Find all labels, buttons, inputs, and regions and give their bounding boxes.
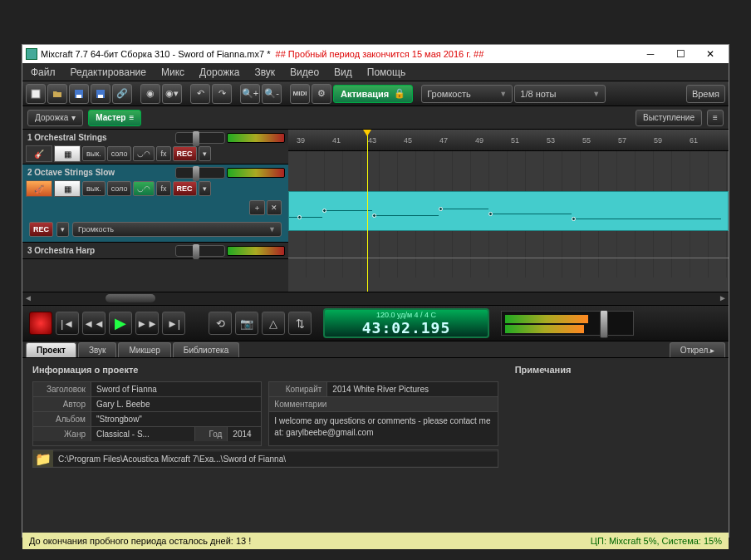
- midi-button[interactable]: MIDI: [290, 84, 310, 104]
- playhead[interactable]: [367, 130, 368, 292]
- fx-button[interactable]: fx: [156, 146, 170, 161]
- folder-icon[interactable]: 📁: [33, 450, 53, 467]
- burn-button[interactable]: ◉: [140, 84, 160, 104]
- author-field[interactable]: Gary L. Beebe: [91, 397, 261, 411]
- rewind-start-button[interactable]: |◄: [56, 312, 79, 335]
- solo-button[interactable]: соло: [107, 181, 132, 196]
- tab-sound[interactable]: Звук: [78, 342, 117, 357]
- copyright-field[interactable]: 2014 White River Pictures: [327, 382, 497, 396]
- menu-file[interactable]: Файл: [27, 65, 59, 80]
- lane-rec-button[interactable]: REC: [29, 222, 53, 237]
- fx-button[interactable]: fx: [156, 181, 170, 196]
- comments-field[interactable]: I welcome any questions or comments - pl…: [269, 412, 497, 445]
- solo-button[interactable]: соло: [107, 146, 132, 161]
- scroll-left-icon[interactable]: ◄: [24, 293, 32, 302]
- metronome-button[interactable]: △: [262, 312, 285, 335]
- track-row[interactable]: 2 Octave Strings Slow 🎻 ▦ вык. соло ◡◠ f…: [22, 165, 288, 243]
- snap-dropdown[interactable]: 1/8 ноты▼: [514, 85, 606, 103]
- track-row[interactable]: 3 Orchestra Harp: [22, 243, 288, 259]
- track-lane-1[interactable]: [288, 151, 729, 191]
- genre-field[interactable]: Classical - S...: [91, 427, 194, 441]
- track-menu-button[interactable]: ▾: [199, 146, 211, 161]
- scroll-right-icon[interactable]: ►: [719, 293, 727, 302]
- forward-end-button[interactable]: ►|: [162, 312, 185, 335]
- lane-rec-dd[interactable]: ▾: [56, 222, 69, 237]
- automation-point[interactable]: [322, 209, 326, 213]
- activation-button[interactable]: Активация🔒: [333, 85, 413, 103]
- volume-dropdown[interactable]: Громкость▼: [421, 85, 513, 103]
- ruler[interactable]: 39 41 43 45 47 49 51 53 55 57 59 61: [288, 130, 729, 151]
- menu-edit[interactable]: Редактирование: [67, 65, 150, 80]
- open-button[interactable]: [47, 84, 67, 104]
- settings-button[interactable]: ⚙: [312, 84, 331, 104]
- time-display[interactable]: 120.0 уд/м 4 / 4 C 43:02.195: [323, 308, 489, 338]
- volume-slider[interactable]: [175, 245, 225, 257]
- burn-dd-button[interactable]: ◉▾: [162, 84, 182, 104]
- performance-menu-button[interactable]: ≡: [707, 110, 724, 126]
- performance-button[interactable]: Выступление: [636, 110, 702, 126]
- new-button[interactable]: [26, 84, 46, 104]
- automation-point[interactable]: [297, 215, 302, 219]
- automation-button[interactable]: ◡◠: [133, 146, 155, 161]
- volume-slider[interactable]: [175, 167, 225, 179]
- track-chip[interactable]: Дорожка▾: [27, 110, 83, 126]
- horizontal-scrollbar[interactable]: ◄ ►: [22, 292, 729, 305]
- title-field[interactable]: Sword of Fianna: [91, 382, 261, 396]
- redo-button[interactable]: ↷: [212, 84, 232, 104]
- play-button[interactable]: ▶: [109, 312, 132, 335]
- minimize-button[interactable]: ─: [636, 46, 665, 62]
- tab-library[interactable]: Библиотека: [173, 342, 239, 357]
- publish-button[interactable]: 🔗: [112, 84, 132, 104]
- rewind-button[interactable]: ◄◄: [82, 312, 106, 335]
- mute-button[interactable]: вык.: [82, 181, 106, 196]
- piano-button[interactable]: ▦: [54, 145, 81, 162]
- snap-button[interactable]: ⇅: [288, 312, 312, 335]
- punch-button[interactable]: 📷: [235, 312, 258, 335]
- time-button[interactable]: Время: [686, 85, 725, 103]
- mute-button[interactable]: вык.: [82, 146, 106, 161]
- master-fader[interactable]: [600, 310, 608, 338]
- piano-button[interactable]: ▦: [54, 180, 81, 197]
- trial-message: ## Пробный период закончится 15 мая 2016…: [276, 49, 484, 59]
- menu-track[interactable]: Дорожка: [196, 65, 243, 80]
- lane-param-dropdown[interactable]: Громкость▼: [72, 222, 282, 237]
- automation-lane[interactable]: [288, 231, 729, 278]
- automation-button[interactable]: ◡◠: [133, 181, 155, 196]
- menu-sound[interactable]: Звук: [251, 65, 278, 80]
- menu-help[interactable]: Помощь: [364, 65, 409, 80]
- maximize-button[interactable]: ☐: [665, 46, 695, 62]
- automation-point[interactable]: [488, 212, 493, 216]
- add-lane-button[interactable]: ＋: [249, 200, 265, 215]
- album-field[interactable]: "Strongbow": [91, 412, 261, 426]
- forward-button[interactable]: ►►: [135, 312, 159, 335]
- save-as-button[interactable]: [91, 84, 110, 104]
- rec-arm-button[interactable]: REC: [173, 146, 197, 161]
- automation-point[interactable]: [439, 207, 443, 211]
- audio-clip[interactable]: [288, 191, 729, 231]
- rec-arm-button[interactable]: REC: [173, 181, 197, 196]
- track-menu-button[interactable]: ▾: [199, 181, 211, 196]
- tab-mixer[interactable]: Микшер: [118, 342, 170, 357]
- tab-project[interactable]: Проект: [26, 342, 76, 357]
- instrument-icon: 🎸: [26, 145, 52, 162]
- timeline[interactable]: 39 41 43 45 47 49 51 53 55 57 59 61: [288, 130, 729, 292]
- master-chip[interactable]: Мастер≡: [88, 110, 141, 126]
- volume-slider[interactable]: [175, 132, 225, 144]
- track-row[interactable]: 1 Orchestral Strings 🎸 ▦ вык. соло ◡◠ fx…: [22, 130, 288, 165]
- close-button[interactable]: ✕: [695, 46, 725, 62]
- undo-button[interactable]: ↶: [190, 84, 210, 104]
- zoom-out-button[interactable]: 🔍-: [262, 84, 282, 104]
- remove-lane-button[interactable]: ✕: [267, 200, 282, 215]
- automation-point[interactable]: [372, 214, 376, 218]
- record-button[interactable]: [29, 312, 52, 335]
- menu-mix[interactable]: Микс: [158, 65, 188, 80]
- automation-point[interactable]: [572, 217, 576, 221]
- scroll-thumb[interactable]: [106, 294, 155, 302]
- menu-video[interactable]: Видео: [287, 65, 322, 80]
- menu-view[interactable]: Вид: [331, 65, 356, 80]
- zoom-in-button[interactable]: 🔍+: [240, 84, 260, 104]
- loop-button[interactable]: ⟲: [209, 312, 232, 335]
- year-field[interactable]: 2014: [228, 427, 261, 441]
- save-button[interactable]: [69, 84, 89, 104]
- dock-button[interactable]: Открел. ▸: [670, 342, 725, 357]
